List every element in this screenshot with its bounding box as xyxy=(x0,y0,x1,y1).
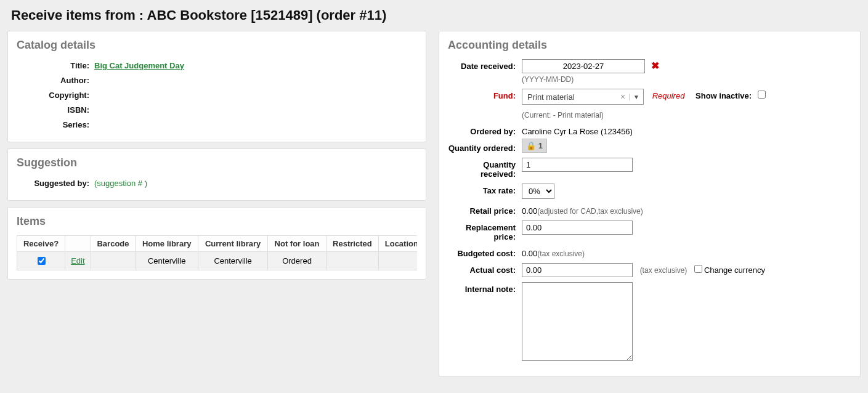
actual-cost-input[interactable] xyxy=(522,263,633,277)
show-inactive-checkbox[interactable] xyxy=(758,91,766,99)
cell-nfl: Ordered xyxy=(268,252,327,270)
label-budget: Budgeted cost: xyxy=(448,246,522,258)
clear-date-icon[interactable]: ✖ xyxy=(651,60,659,71)
change-currency-label: Change currency xyxy=(704,265,765,275)
table-row: Edit Centerville Centerville Ordered xyxy=(17,252,418,270)
col-barcode: Barcode xyxy=(91,236,136,252)
retail-value: 0.00 xyxy=(522,206,537,216)
label-isbn: ISBN: xyxy=(17,105,94,115)
col-location: Location xyxy=(378,236,417,252)
label-title: Title: xyxy=(17,61,94,70)
page-title: Receive items from : ABC Bookstore [1521… xyxy=(11,7,861,23)
tax-rate-select[interactable]: 0% xyxy=(522,184,554,199)
suggestion-heading: Suggestion xyxy=(17,156,417,169)
date-hint: (YYYY-MM-DD) xyxy=(522,75,851,84)
label-replacement: Replacement price: xyxy=(448,221,522,241)
qty-received-input[interactable] xyxy=(522,158,633,172)
suggestion-panel: Suggestion Suggested by: (suggestion # ) xyxy=(7,148,426,201)
items-table: Receive? Barcode Home library Current li… xyxy=(17,235,417,270)
col-receive: Receive? xyxy=(17,236,65,252)
replacement-input[interactable] xyxy=(522,221,633,235)
required-text: Required xyxy=(652,91,685,100)
qty-ordered-field: 🔒 1 xyxy=(522,139,547,153)
cell-current: Centerville xyxy=(198,252,268,270)
cell-location xyxy=(378,252,417,270)
receive-checkbox[interactable] xyxy=(38,257,46,265)
catalog-panel: Catalog details Title: Big Cat Judgement… xyxy=(7,31,426,142)
label-qty-ordered: Quantity ordered: xyxy=(448,141,522,153)
label-retail: Retail price: xyxy=(448,204,522,216)
catalog-title-link[interactable]: Big Cat Judgement Day xyxy=(94,61,184,70)
budget-note: (tax exclusive) xyxy=(537,249,585,258)
items-panel: Items Receive? Barcode Home library Curr… xyxy=(7,207,426,280)
lock-icon: 🔒 xyxy=(526,141,536,150)
fund-select[interactable]: Print material × ▼ xyxy=(522,89,644,105)
change-currency-checkbox[interactable] xyxy=(694,265,702,273)
accounting-panel: Accounting details Date received: ✖ (YYY… xyxy=(439,31,861,377)
fund-current-note: (Current: - Print material) xyxy=(522,111,851,120)
col-edit xyxy=(65,236,91,252)
items-heading: Items xyxy=(17,215,417,228)
retail-note: (adjusted for CAD,tax exclusive) xyxy=(537,207,643,216)
label-series: Series: xyxy=(17,120,94,129)
label-copyright: Copyright: xyxy=(17,91,94,100)
col-nfl: Not for loan xyxy=(268,236,327,252)
label-actual: Actual cost: xyxy=(448,263,522,275)
label-ordered-by: Ordered by: xyxy=(448,124,522,136)
label-author: Author: xyxy=(17,76,94,85)
col-current: Current library xyxy=(198,236,268,252)
budget-value: 0.00 xyxy=(522,249,537,258)
fund-selected: Print material xyxy=(522,92,617,102)
col-restricted: Restricted xyxy=(326,236,378,252)
show-inactive-label: Show inactive: xyxy=(696,91,752,100)
col-home: Home library xyxy=(136,236,198,252)
suggestion-link[interactable]: (suggestion # ) xyxy=(94,179,147,188)
catalog-heading: Catalog details xyxy=(17,39,417,52)
cell-barcode xyxy=(91,252,136,270)
actual-note: (tax exclusive) xyxy=(640,266,688,275)
internal-note-textarea[interactable] xyxy=(522,282,633,361)
edit-link[interactable]: Edit xyxy=(71,256,84,265)
cell-restricted xyxy=(326,252,378,270)
label-fund: Fund: xyxy=(448,89,522,100)
chevron-down-icon[interactable]: ▼ xyxy=(629,94,643,100)
label-suggested-by: Suggested by: xyxy=(17,179,94,188)
ordered-by-value: Caroline Cyr La Rose (123456) xyxy=(522,124,851,136)
label-qty-received: Quantity received: xyxy=(448,158,522,179)
accounting-heading: Accounting details xyxy=(448,39,851,52)
label-tax: Tax rate: xyxy=(448,184,522,195)
label-date: Date received: xyxy=(448,59,522,71)
cell-home: Centerville xyxy=(136,252,198,270)
label-note: Internal note: xyxy=(448,282,522,294)
date-received-input[interactable] xyxy=(522,59,645,73)
fund-clear-icon[interactable]: × xyxy=(617,92,629,102)
